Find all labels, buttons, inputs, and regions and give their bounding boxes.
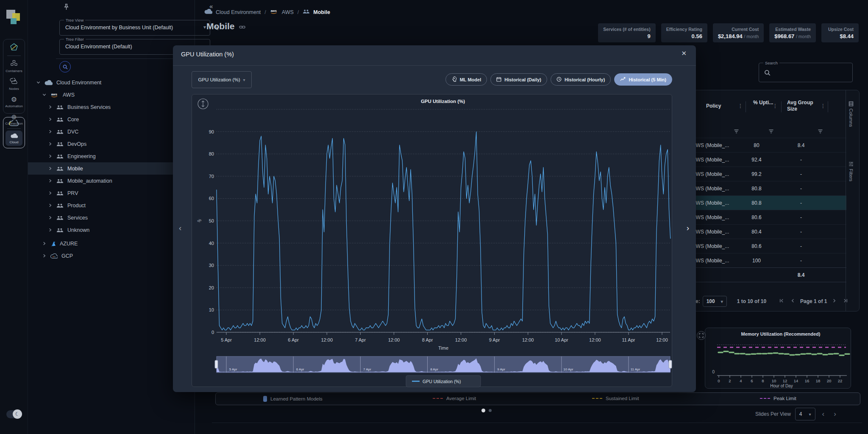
mode-button-historical-5-min-[interactable]: Historical (5 Min) xyxy=(614,73,672,86)
breadcrumb-item-cloud-environment[interactable]: Cloud Environment xyxy=(204,9,261,15)
tree-item-devops[interactable]: DevOps xyxy=(28,138,195,150)
column-header-avg-group[interactable]: Avg Group Size xyxy=(787,100,821,112)
close-icon[interactable]: ✕ xyxy=(681,50,687,57)
breadcrumb-item-mobile[interactable]: Mobile xyxy=(303,9,330,15)
legend-swatch xyxy=(760,398,770,399)
chevron-right-icon[interactable] xyxy=(48,154,53,159)
chevron-right-icon[interactable] xyxy=(48,117,53,122)
table-search-field[interactable]: Search xyxy=(759,63,853,82)
mode-button-historical-hourly-[interactable]: Historical (Hourly) xyxy=(551,73,611,86)
breadcrumb-item-aws[interactable]: awsAWS xyxy=(270,8,294,16)
sidebar-item-containers[interactable]: Containers xyxy=(3,57,25,75)
filter-icon[interactable] xyxy=(734,128,739,135)
chevron-right-icon[interactable] xyxy=(48,142,53,146)
tree-search-button[interactable] xyxy=(59,61,71,72)
carousel-next-icon[interactable]: › xyxy=(831,410,839,418)
next-page-button[interactable] xyxy=(829,298,840,304)
vertical-zoom-icon[interactable] xyxy=(198,99,208,109)
filter-icon[interactable] xyxy=(768,128,774,135)
legend-label: Sustained Limit xyxy=(606,396,639,401)
tree-item-unknown[interactable]: Unknown xyxy=(28,224,195,236)
carousel-prev-icon[interactable]: ‹ xyxy=(820,410,827,418)
metric-dropdown[interactable]: GPU Utilization (%) ▾ xyxy=(192,71,252,88)
chevron-right-icon[interactable] xyxy=(48,130,53,134)
tree-item-cloud-environment[interactable]: Cloud Environment xyxy=(28,76,195,89)
tree-item-aws[interactable]: awsAWS xyxy=(28,89,195,101)
tree-item-business-services[interactable]: Business Services xyxy=(28,101,195,113)
table-row[interactable]: AWS (Mobile_...808.4 xyxy=(683,138,846,152)
modal-next-icon[interactable]: › xyxy=(687,223,689,233)
legend-item-learned-pattern-models[interactable]: Learned Pattern Models xyxy=(263,396,323,402)
navigator-handle-left[interactable] xyxy=(215,360,218,368)
tree-item-azure[interactable]: AZURE xyxy=(28,237,195,250)
navigator-handle-right[interactable] xyxy=(669,360,672,368)
carousel-dot-active[interactable] xyxy=(481,409,485,412)
tree-item-engineering[interactable]: Engineering xyxy=(28,150,195,162)
column-menu-icon[interactable]: ⋮ xyxy=(821,103,826,109)
tree-item-product[interactable]: Product xyxy=(28,199,195,211)
kubernetes-logo-icon[interactable] xyxy=(3,39,25,55)
svg-text:9 Apr: 9 Apr xyxy=(497,367,505,371)
expand-chart-icon[interactable] xyxy=(697,331,706,340)
page-size-select[interactable]: 100 ▾ xyxy=(703,296,727,307)
legend-item-average-limit[interactable]: Average Limit xyxy=(433,396,476,401)
first-page-button[interactable] xyxy=(776,298,787,304)
table-row[interactable]: AWS (Mobile_...80.6- xyxy=(683,239,846,253)
tree-item-gcp[interactable]: GCP xyxy=(28,250,195,262)
column-menu-icon[interactable]: ⋮ xyxy=(773,103,778,109)
rail-tab-columns[interactable]: Columns xyxy=(849,101,854,127)
tree-item-dvc[interactable]: DVC xyxy=(28,125,195,138)
column-header-policy[interactable]: Policy xyxy=(706,103,721,109)
legend-item-sustained-limit[interactable]: Sustained Limit xyxy=(592,396,639,401)
gpu-utilization-chart[interactable]: 0102030405060708090GPU Utilization (%)%5… xyxy=(192,95,673,387)
legend-item-peak-limit[interactable]: Peak Limit xyxy=(760,396,796,401)
chart-legend-pill[interactable]: GPU Utilization (%) xyxy=(406,376,481,387)
mode-button-historical-daily-[interactable]: Historical (Daily) xyxy=(490,73,547,86)
chart-navigator[interactable]: 5 Apr6 Apr7 Apr8 Apr9 Apr10 Apr11 Apr xyxy=(215,356,672,373)
sidebar-item-cloud-active[interactable]: Cloud xyxy=(6,131,22,146)
table-row[interactable]: AWS (Mobile_...80.8- xyxy=(683,195,846,210)
table-row[interactable]: AWS (Mobile_...92.4- xyxy=(683,152,846,167)
mode-button-ml-model[interactable]: ML Model xyxy=(445,73,487,86)
table-row[interactable]: AWS (Mobile_...80.8- xyxy=(683,181,846,195)
table-row[interactable]: AWS (Mobile_...80.4- xyxy=(683,224,846,239)
tree-item-prv[interactable]: PRV xyxy=(28,187,195,199)
chevron-right-icon[interactable] xyxy=(48,203,53,208)
slides-per-view-select[interactable]: 4 ▾ xyxy=(795,408,815,420)
column-menu-icon[interactable]: ⋮ xyxy=(738,103,743,109)
tree-item-mobile-automation[interactable]: Mobile_automation xyxy=(28,175,195,187)
table-row[interactable]: AWS (Mobile_...99.2- xyxy=(683,167,846,181)
tree-item-mobile[interactable]: Mobile xyxy=(28,162,195,175)
chevron-right-icon[interactable] xyxy=(48,167,53,171)
link-icon[interactable] xyxy=(239,21,245,31)
aws-icon: aws xyxy=(270,8,278,16)
table-row[interactable]: AWS (Mobile_...80.6- xyxy=(683,210,846,224)
sidebar-item-automation[interactable]: ⚙Automation xyxy=(3,93,25,110)
chevron-down-icon[interactable] xyxy=(42,93,47,97)
chevron-right-icon[interactable] xyxy=(48,105,53,109)
last-page-button[interactable] xyxy=(840,298,851,304)
tree-item-core[interactable]: Core xyxy=(28,113,195,125)
pin-icon[interactable] xyxy=(63,3,70,12)
aws-icon: aws xyxy=(50,92,59,98)
memory-utilization-chart[interactable]: Memory Utilization (Recommended)00246810… xyxy=(705,328,851,389)
theme-toggle[interactable]: ☾ xyxy=(6,410,21,418)
prev-page-button[interactable] xyxy=(787,298,798,304)
chevron-right-icon[interactable] xyxy=(48,228,53,232)
sidebar-item-nodes[interactable]: Nodes xyxy=(3,75,25,93)
tree-item-services[interactable]: Services xyxy=(28,211,195,224)
table-row[interactable]: AWS (Mobile_...100- xyxy=(683,253,846,267)
filter-icon[interactable] xyxy=(818,128,823,135)
chevron-right-icon[interactable] xyxy=(42,242,47,246)
cloud-outline-icon[interactable] xyxy=(3,117,25,128)
svg-text:10 Apr: 10 Apr xyxy=(555,337,568,342)
chevron-right-icon[interactable] xyxy=(48,179,53,183)
carousel-dot[interactable] xyxy=(489,409,492,412)
chevron-down-icon[interactable] xyxy=(36,81,41,85)
rail-tab-filters[interactable]: Filters xyxy=(849,161,854,181)
chevron-right-icon[interactable] xyxy=(48,191,53,195)
chevron-right-icon[interactable] xyxy=(48,216,53,220)
tree-view-select[interactable]: Tree View Cloud Environment by Business … xyxy=(59,20,210,36)
chevron-right-icon[interactable] xyxy=(42,254,47,258)
modal-prev-icon[interactable]: ‹ xyxy=(179,223,181,233)
